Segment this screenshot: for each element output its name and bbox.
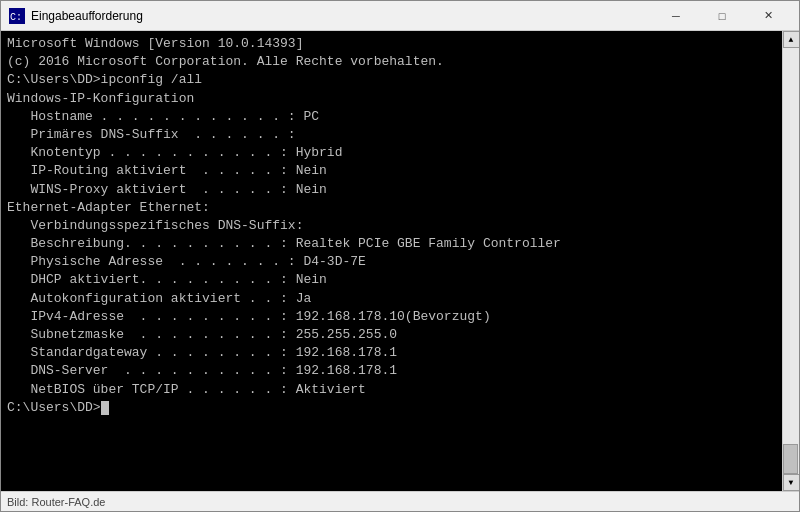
- scrollbar[interactable]: ▲ ▼: [782, 31, 799, 491]
- terminal-line: WINS-Proxy aktiviert . . . . . : Nein: [7, 181, 776, 199]
- scroll-track: [783, 48, 799, 474]
- titlebar: C: Eingabeaufforderung ─ □ ✕: [1, 1, 799, 31]
- terminal-line: DHCP aktiviert. . . . . . . . . : Nein: [7, 271, 776, 289]
- terminal-line: (c) 2016 Microsoft Corporation. Alle Rec…: [7, 53, 776, 71]
- content-area: Microsoft Windows [Version 10.0.14393](c…: [1, 31, 799, 491]
- statusbar-text: Bild: Router-FAQ.de: [7, 496, 105, 508]
- scroll-down-button[interactable]: ▼: [783, 474, 800, 491]
- terminal-line: Physische Adresse . . . . . . . : D4-3D-…: [7, 253, 776, 271]
- scroll-thumb[interactable]: [783, 444, 798, 474]
- terminal-line: NetBIOS über TCP/IP . . . . . . : Aktivi…: [7, 381, 776, 399]
- svg-text:C:: C:: [10, 12, 22, 23]
- terminal-cursor: [101, 401, 109, 415]
- terminal-line: IPv4-Adresse . . . . . . . . . : 192.168…: [7, 308, 776, 326]
- minimize-button[interactable]: ─: [653, 1, 699, 31]
- terminal-line: DNS-Server . . . . . . . . . . : 192.168…: [7, 362, 776, 380]
- terminal-line: Subnetzmaske . . . . . . . . . : 255.255…: [7, 326, 776, 344]
- terminal-line: C:\Users\DD>: [7, 399, 776, 417]
- close-button[interactable]: ✕: [745, 1, 791, 31]
- terminal-line: Knotentyp . . . . . . . . . . . : Hybrid: [7, 144, 776, 162]
- window: C: Eingabeaufforderung ─ □ ✕ Microsoft W…: [0, 0, 800, 512]
- scroll-up-button[interactable]: ▲: [783, 31, 800, 48]
- terminal-line: Windows-IP-Konfiguration: [7, 90, 776, 108]
- terminal-line: Microsoft Windows [Version 10.0.14393]: [7, 35, 776, 53]
- terminal-line: Beschreibung. . . . . . . . . . : Realte…: [7, 235, 776, 253]
- terminal-line: IP-Routing aktiviert . . . . . : Nein: [7, 162, 776, 180]
- app-icon: C:: [9, 8, 25, 24]
- window-title: Eingabeaufforderung: [31, 9, 653, 23]
- terminal-line: Verbindungsspezifisches DNS-Suffix:: [7, 217, 776, 235]
- maximize-button[interactable]: □: [699, 1, 745, 31]
- terminal-line: Hostname . . . . . . . . . . . . : PC: [7, 108, 776, 126]
- statusbar: Bild: Router-FAQ.de: [1, 491, 799, 511]
- terminal-output[interactable]: Microsoft Windows [Version 10.0.14393](c…: [1, 31, 782, 491]
- terminal-line: Autokonfiguration aktiviert . . : Ja: [7, 290, 776, 308]
- window-controls: ─ □ ✕: [653, 1, 791, 31]
- terminal-line: C:\Users\DD>ipconfig /all: [7, 71, 776, 89]
- terminal-line: Primäres DNS-Suffix . . . . . . :: [7, 126, 776, 144]
- terminal-line: Ethernet-Adapter Ethernet:: [7, 199, 776, 217]
- terminal-line: Standardgateway . . . . . . . . : 192.16…: [7, 344, 776, 362]
